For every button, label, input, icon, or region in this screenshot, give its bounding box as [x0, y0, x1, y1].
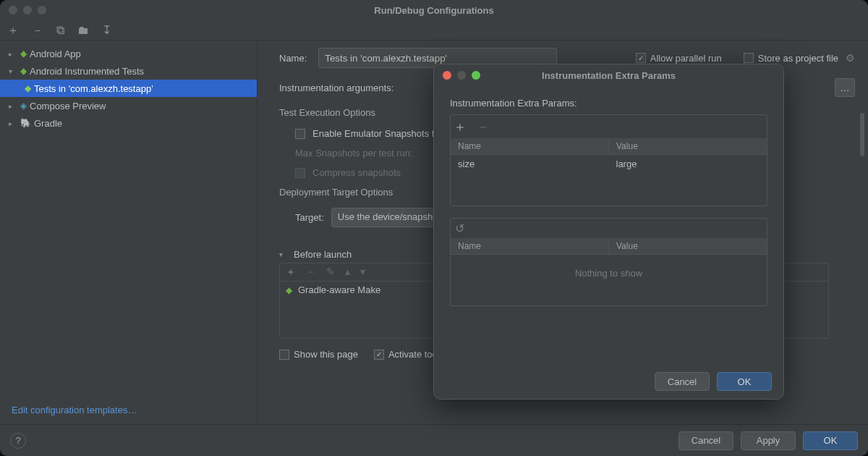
- apply-button[interactable]: Apply: [741, 431, 796, 450]
- store-as-file-checkbox[interactable]: [744, 53, 754, 63]
- add-task-icon[interactable]: ＋: [286, 266, 296, 279]
- titlebar: Run/Debug Configurations: [0, 0, 868, 20]
- allow-parallel-label: Allow parallel run: [650, 53, 722, 64]
- param-name-cell[interactable]: size: [451, 155, 609, 173]
- tree-label: Compose Preview: [30, 101, 106, 111]
- col-name-header: Name: [451, 138, 609, 154]
- expand-icon[interactable]: [9, 119, 17, 127]
- tree-label: Android App: [30, 48, 81, 59]
- task-label: Gradle-aware Make: [298, 284, 380, 295]
- android-icon: ◆: [25, 83, 31, 93]
- tree-label: Gradle: [34, 118, 62, 129]
- minimize-icon[interactable]: [23, 6, 32, 14]
- expand-icon[interactable]: [9, 50, 17, 58]
- config-toolbar: ＋ － ⧉ 🖿 ↧: [0, 20, 868, 41]
- save-config-icon[interactable]: 🖿: [77, 25, 89, 36]
- instrumentation-params-dialog: Instrumentation Extra Params Instrumenta…: [433, 64, 784, 400]
- tree-node-gradle[interactable]: 🐘 Gradle: [0, 114, 257, 132]
- col-value-header: Value: [609, 238, 767, 254]
- undo-icon[interactable]: ↺: [450, 218, 767, 238]
- move-down-icon[interactable]: ▾: [360, 266, 365, 279]
- show-this-page-label: Show this page: [294, 349, 358, 360]
- close-icon[interactable]: [443, 71, 451, 80]
- tree-label: Android Instrumented Tests: [30, 66, 144, 77]
- allow-parallel-checkbox[interactable]: [636, 53, 646, 63]
- col-value-header: Value: [609, 138, 767, 154]
- before-launch-label: Before launch: [294, 249, 352, 260]
- add-param-icon[interactable]: ＋: [454, 118, 467, 135]
- max-snapshots-label: Max Snapshots per test run:: [295, 148, 413, 159]
- close-icon[interactable]: [9, 6, 17, 14]
- dialog-title: Instrumentation Extra Params: [542, 70, 676, 81]
- activate-tool-window-checkbox[interactable]: [374, 350, 384, 360]
- cancel-button[interactable]: Cancel: [655, 372, 710, 391]
- run-debug-config-window: Run/Debug Configurations ＋ － ⧉ 🖿 ↧ ◆ And…: [0, 0, 868, 456]
- config-tree-panel: ◆ Android App ◆ Android Instrumented Tes…: [0, 41, 258, 424]
- params-heading: Instrumentation Extra Params:: [450, 98, 767, 109]
- collapse-icon[interactable]: [9, 67, 17, 75]
- zoom-icon[interactable]: [38, 6, 46, 14]
- android-icon: ◆: [20, 66, 27, 76]
- gear-icon[interactable]: ⚙: [846, 52, 855, 64]
- window-controls: [0, 6, 46, 14]
- minimize-icon[interactable]: [457, 71, 466, 80]
- compress-label: Compress snapshots: [312, 167, 401, 178]
- tree-node-instrumented-tests[interactable]: ◆ Android Instrumented Tests: [0, 62, 257, 80]
- tree-label: Tests in 'com.alexzh.testapp': [34, 83, 153, 94]
- scrollbar[interactable]: [860, 113, 864, 156]
- enable-snapshots-checkbox[interactable]: [295, 129, 305, 139]
- collapse-icon[interactable]: [279, 250, 288, 258]
- remove-config-icon[interactable]: －: [32, 25, 43, 36]
- name-label: Name:: [279, 53, 307, 64]
- android-icon: ◆: [286, 285, 292, 295]
- compress-checkbox[interactable]: [295, 168, 305, 178]
- tree-node-android-app[interactable]: ◆ Android App: [0, 45, 257, 62]
- expand-icon[interactable]: [9, 102, 17, 110]
- table-row[interactable]: size large: [451, 155, 767, 173]
- move-up-icon[interactable]: ▴: [345, 266, 350, 279]
- gradle-icon: 🐘: [20, 118, 31, 128]
- window-title: Run/Debug Configurations: [374, 5, 493, 16]
- remove-task-icon[interactable]: －: [306, 266, 316, 279]
- secondary-table[interactable]: Name Value Nothing to show: [450, 238, 767, 306]
- copy-config-icon[interactable]: ⧉: [56, 25, 64, 36]
- compose-icon: ◈: [20, 101, 27, 111]
- tree-node-tests-in-package[interactable]: ◆ Tests in 'com.alexzh.testapp': [0, 80, 257, 97]
- ok-button[interactable]: OK: [803, 431, 858, 450]
- cancel-button[interactable]: Cancel: [678, 431, 733, 450]
- edit-task-icon[interactable]: ✎: [326, 266, 335, 279]
- add-config-icon[interactable]: ＋: [7, 25, 19, 36]
- edit-templates-link[interactable]: Edit configuration templates…: [0, 396, 257, 424]
- target-select[interactable]: Use the device/snapshot: [331, 208, 448, 227]
- show-this-page-checkbox[interactable]: [279, 350, 289, 360]
- store-as-file-label: Store as project file: [758, 53, 838, 64]
- config-tree[interactable]: ◆ Android App ◆ Android Instrumented Tes…: [0, 41, 257, 396]
- target-label: Target:: [295, 212, 324, 223]
- tree-node-compose-preview[interactable]: ◈ Compose Preview: [0, 97, 257, 114]
- help-button[interactable]: ?: [10, 433, 26, 449]
- params-toolbar: ＋ －: [450, 114, 767, 138]
- params-table[interactable]: Name Value size large: [450, 138, 767, 206]
- param-value-cell[interactable]: large: [609, 155, 767, 173]
- col-name-header: Name: [451, 238, 609, 254]
- empty-label: Nothing to show: [451, 255, 767, 292]
- sort-config-icon[interactable]: ↧: [102, 25, 111, 36]
- remove-param-icon[interactable]: －: [477, 118, 490, 135]
- zoom-icon[interactable]: [472, 71, 480, 80]
- instrumentation-args-button[interactable]: …: [835, 78, 855, 97]
- instrumentation-args-label: Instrumentation arguments:: [279, 83, 393, 93]
- dialog-footer: ? Cancel Apply OK: [0, 424, 868, 456]
- android-icon: ◆: [20, 48, 27, 59]
- ok-button[interactable]: OK: [717, 372, 772, 391]
